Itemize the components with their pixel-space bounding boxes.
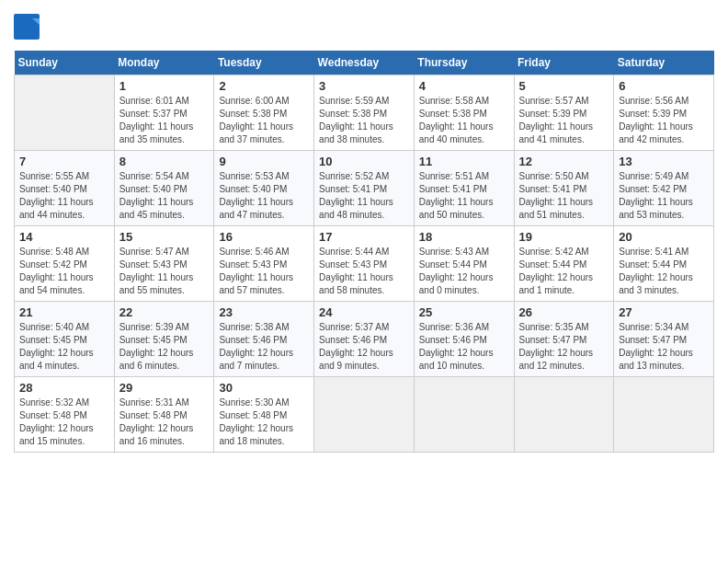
day-number: 15	[119, 230, 210, 244]
calendar-cell	[514, 377, 614, 453]
day-number: 21	[19, 305, 109, 319]
calendar-cell: 5Sunrise: 5:57 AM Sunset: 5:39 PM Daylig…	[514, 75, 614, 151]
day-info: Sunrise: 5:41 AM Sunset: 5:44 PM Dayligh…	[619, 246, 709, 297]
calendar-cell: 19Sunrise: 5:42 AM Sunset: 5:44 PM Dayli…	[514, 226, 614, 302]
day-number: 13	[619, 155, 709, 168]
calendar-week: 21Sunrise: 5:40 AM Sunset: 5:45 PM Dayli…	[15, 302, 714, 377]
calendar-cell: 29Sunrise: 5:31 AM Sunset: 5:48 PM Dayli…	[114, 377, 214, 453]
day-number: 16	[219, 230, 309, 244]
header-day: Sunday	[15, 51, 115, 75]
day-info: Sunrise: 5:43 AM Sunset: 5:44 PM Dayligh…	[419, 246, 509, 297]
day-number: 7	[19, 155, 109, 168]
day-info: Sunrise: 5:40 AM Sunset: 5:45 PM Dayligh…	[19, 321, 109, 373]
day-number: 12	[519, 155, 609, 168]
day-info: Sunrise: 5:55 AM Sunset: 5:40 PM Dayligh…	[19, 170, 109, 222]
day-number: 29	[119, 381, 210, 395]
day-number: 19	[519, 230, 609, 244]
day-info: Sunrise: 5:58 AM Sunset: 5:38 PM Dayligh…	[419, 95, 509, 146]
day-info: Sunrise: 5:52 AM Sunset: 5:41 PM Dayligh…	[319, 170, 409, 222]
day-info: Sunrise: 5:56 AM Sunset: 5:39 PM Dayligh…	[619, 95, 709, 146]
day-info: Sunrise: 5:48 AM Sunset: 5:42 PM Dayligh…	[19, 246, 109, 297]
day-number: 25	[419, 305, 509, 319]
day-number: 30	[219, 381, 309, 395]
calendar-cell: 23Sunrise: 5:38 AM Sunset: 5:46 PM Dayli…	[214, 302, 314, 377]
day-info: Sunrise: 5:42 AM Sunset: 5:44 PM Dayligh…	[519, 246, 609, 297]
day-number: 23	[219, 305, 309, 319]
day-number: 4	[419, 79, 509, 93]
day-info: Sunrise: 5:39 AM Sunset: 5:45 PM Dayligh…	[119, 321, 210, 373]
day-info: Sunrise: 5:32 AM Sunset: 5:48 PM Dayligh…	[19, 396, 109, 448]
day-info: Sunrise: 5:37 AM Sunset: 5:46 PM Dayligh…	[319, 321, 409, 373]
calendar-cell: 25Sunrise: 5:36 AM Sunset: 5:46 PM Dayli…	[414, 302, 514, 377]
day-info: Sunrise: 5:34 AM Sunset: 5:47 PM Dayligh…	[619, 321, 709, 373]
day-number: 11	[419, 155, 509, 168]
day-info: Sunrise: 6:01 AM Sunset: 5:37 PM Dayligh…	[119, 95, 210, 146]
day-info: Sunrise: 5:31 AM Sunset: 5:48 PM Dayligh…	[119, 396, 210, 448]
day-info: Sunrise: 5:59 AM Sunset: 5:38 PM Dayligh…	[319, 95, 409, 146]
calendar-week: 28Sunrise: 5:32 AM Sunset: 5:48 PM Dayli…	[15, 377, 714, 453]
page-header	[14, 14, 714, 41]
day-number: 1	[119, 79, 210, 93]
calendar-cell: 28Sunrise: 5:32 AM Sunset: 5:48 PM Dayli…	[15, 377, 115, 453]
calendar-cell: 11Sunrise: 5:51 AM Sunset: 5:41 PM Dayli…	[414, 151, 514, 226]
calendar-cell: 16Sunrise: 5:46 AM Sunset: 5:43 PM Dayli…	[214, 226, 314, 302]
calendar-table: SundayMondayTuesdayWednesdayThursdayFrid…	[14, 51, 714, 453]
day-info: Sunrise: 5:51 AM Sunset: 5:41 PM Dayligh…	[419, 170, 509, 222]
day-number: 28	[19, 381, 109, 395]
day-info: Sunrise: 6:00 AM Sunset: 5:38 PM Dayligh…	[219, 95, 309, 146]
calendar-body: 1Sunrise: 6:01 AM Sunset: 5:37 PM Daylig…	[15, 75, 714, 453]
day-number: 9	[219, 155, 309, 168]
day-number: 6	[619, 79, 709, 93]
calendar-cell: 26Sunrise: 5:35 AM Sunset: 5:47 PM Dayli…	[514, 302, 614, 377]
day-number: 5	[519, 79, 609, 93]
calendar-cell: 12Sunrise: 5:50 AM Sunset: 5:41 PM Dayli…	[514, 151, 614, 226]
header-day: Thursday	[414, 51, 514, 75]
day-number: 26	[519, 305, 609, 319]
day-number: 24	[319, 305, 409, 319]
calendar-cell	[314, 377, 415, 453]
calendar-cell: 3Sunrise: 5:59 AM Sunset: 5:38 PM Daylig…	[314, 75, 415, 151]
day-info: Sunrise: 5:54 AM Sunset: 5:40 PM Dayligh…	[119, 170, 210, 222]
calendar-week: 14Sunrise: 5:48 AM Sunset: 5:42 PM Dayli…	[15, 226, 714, 302]
day-info: Sunrise: 5:53 AM Sunset: 5:40 PM Dayligh…	[219, 170, 309, 222]
calendar-cell: 24Sunrise: 5:37 AM Sunset: 5:46 PM Dayli…	[314, 302, 415, 377]
calendar-cell	[15, 75, 115, 151]
day-info: Sunrise: 5:44 AM Sunset: 5:43 PM Dayligh…	[319, 246, 409, 297]
day-info: Sunrise: 5:30 AM Sunset: 5:48 PM Dayligh…	[219, 396, 309, 448]
calendar-cell: 14Sunrise: 5:48 AM Sunset: 5:42 PM Dayli…	[15, 226, 115, 302]
calendar-week: 7Sunrise: 5:55 AM Sunset: 5:40 PM Daylig…	[15, 151, 714, 226]
day-number: 2	[219, 79, 309, 93]
calendar-cell: 15Sunrise: 5:47 AM Sunset: 5:43 PM Dayli…	[114, 226, 214, 302]
calendar-cell: 20Sunrise: 5:41 AM Sunset: 5:44 PM Dayli…	[614, 226, 714, 302]
calendar-cell: 30Sunrise: 5:30 AM Sunset: 5:48 PM Dayli…	[214, 377, 314, 453]
day-info: Sunrise: 5:36 AM Sunset: 5:46 PM Dayligh…	[419, 321, 509, 373]
day-number: 10	[319, 155, 409, 168]
day-info: Sunrise: 5:35 AM Sunset: 5:47 PM Dayligh…	[519, 321, 609, 373]
day-number: 18	[419, 230, 509, 244]
day-number: 17	[319, 230, 409, 244]
calendar-cell: 9Sunrise: 5:53 AM Sunset: 5:40 PM Daylig…	[214, 151, 314, 226]
header-day: Wednesday	[314, 51, 415, 75]
logo	[14, 14, 43, 41]
day-number: 22	[119, 305, 210, 319]
day-number: 20	[619, 230, 709, 244]
header-row: SundayMondayTuesdayWednesdayThursdayFrid…	[15, 51, 714, 75]
header-day: Friday	[514, 51, 614, 75]
header-day: Monday	[114, 51, 214, 75]
calendar-cell: 8Sunrise: 5:54 AM Sunset: 5:40 PM Daylig…	[114, 151, 214, 226]
calendar-cell: 13Sunrise: 5:49 AM Sunset: 5:42 PM Dayli…	[614, 151, 714, 226]
day-number: 14	[19, 230, 109, 244]
logo-icon	[14, 14, 41, 41]
day-number: 27	[619, 305, 709, 319]
calendar-cell: 6Sunrise: 5:56 AM Sunset: 5:39 PM Daylig…	[614, 75, 714, 151]
svg-rect-0	[14, 14, 40, 40]
day-info: Sunrise: 5:38 AM Sunset: 5:46 PM Dayligh…	[219, 321, 309, 373]
calendar-cell: 2Sunrise: 6:00 AM Sunset: 5:38 PM Daylig…	[214, 75, 314, 151]
day-info: Sunrise: 5:50 AM Sunset: 5:41 PM Dayligh…	[519, 170, 609, 222]
calendar-cell	[614, 377, 714, 453]
calendar-cell: 21Sunrise: 5:40 AM Sunset: 5:45 PM Dayli…	[15, 302, 115, 377]
day-info: Sunrise: 5:47 AM Sunset: 5:43 PM Dayligh…	[119, 246, 210, 297]
header-day: Tuesday	[214, 51, 314, 75]
calendar-cell: 27Sunrise: 5:34 AM Sunset: 5:47 PM Dayli…	[614, 302, 714, 377]
calendar-cell: 17Sunrise: 5:44 AM Sunset: 5:43 PM Dayli…	[314, 226, 415, 302]
